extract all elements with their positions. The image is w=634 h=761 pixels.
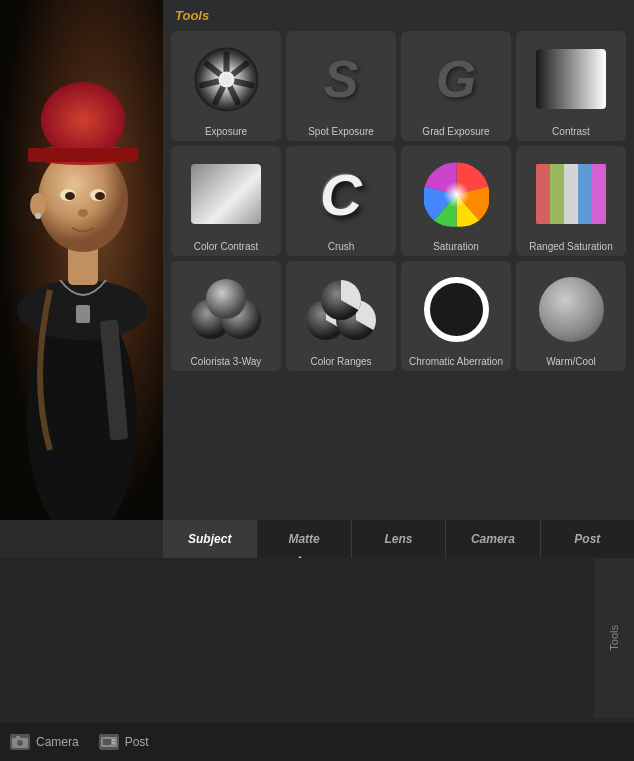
tab-subject[interactable]: Subject: [163, 520, 257, 558]
svg-point-13: [78, 209, 88, 217]
tool-color-contrast[interactable]: Color Contrast: [171, 146, 281, 256]
tool-crush[interactable]: C Crush: [286, 146, 396, 256]
portrait-svg: [0, 0, 163, 520]
camera-icon: [12, 736, 28, 748]
color-ranges-thumb: [290, 265, 392, 353]
tab-post-label: Post: [574, 532, 600, 546]
warm-cool-label: Warm/Cool: [520, 356, 622, 367]
tool-ranged-saturation[interactable]: Ranged Saturation: [516, 146, 626, 256]
color-contrast-gradient-icon: [191, 164, 261, 224]
pie-circles-icon: [306, 277, 376, 342]
contrast-label: Contrast: [520, 126, 622, 137]
color-wheel-icon: [424, 162, 489, 227]
contrast-gradient-icon: [536, 49, 606, 109]
svg-point-26: [218, 71, 234, 87]
tool-saturation[interactable]: Saturation: [401, 146, 511, 256]
svg-rect-8: [28, 148, 138, 162]
ranged-saturation-label: Ranged Saturation: [520, 241, 622, 252]
bottom-camera-tool[interactable]: Camera: [10, 734, 79, 750]
bottom-toolbar: Camera Post: [0, 723, 634, 761]
ranged-saturation-thumb: [520, 150, 622, 238]
post-icon: [101, 736, 117, 748]
svg-rect-46: [103, 739, 111, 745]
tool-spot-exposure[interactable]: S Spot Exposure: [286, 31, 396, 141]
color-ranges-label: Color Ranges: [290, 356, 392, 367]
svg-rect-35: [536, 164, 606, 224]
camera-tool-label: Camera: [36, 735, 79, 749]
grad-exposure-icon: G: [436, 49, 476, 109]
svg-rect-44: [16, 736, 20, 739]
post-tool-icon: [99, 734, 119, 750]
warm-cool-thumb: [520, 265, 622, 353]
post-tool-label: Post: [125, 735, 149, 749]
chromatic-aberration-label: Chromatic Aberration: [405, 356, 507, 367]
svg-rect-48: [112, 742, 115, 744]
crush-thumb: C: [290, 150, 392, 238]
saturation-thumb: [405, 150, 507, 238]
tab-lens-label: Lens: [385, 532, 413, 546]
circle-outline-icon: [424, 277, 489, 342]
exposure-label: Exposure: [175, 126, 277, 137]
colorista-3way-thumb: [175, 265, 277, 353]
tool-colorista-3way[interactable]: Colorista 3-Way: [171, 261, 281, 371]
tool-color-ranges[interactable]: Color Ranges: [286, 261, 396, 371]
svg-point-38: [206, 279, 246, 319]
svg-point-11: [65, 192, 75, 200]
grad-exposure-thumb: G: [405, 35, 507, 123]
three-circles-icon: [191, 277, 261, 342]
exposure-thumb: [175, 35, 277, 123]
photo-panel: [0, 0, 163, 520]
aperture-icon: [194, 47, 259, 112]
color-contrast-thumb: [175, 150, 277, 238]
tab-subject-label: Subject: [188, 532, 231, 546]
contrast-thumb: [520, 35, 622, 123]
saturation-label: Saturation: [405, 241, 507, 252]
chromatic-aberration-thumb: [405, 265, 507, 353]
svg-point-12: [95, 192, 105, 200]
svg-point-28: [424, 162, 488, 226]
right-sidebar: Tools: [594, 558, 634, 718]
tabs-bar: Subject Matte Lens Camera Post: [163, 520, 634, 558]
color-contrast-label: Color Contrast: [175, 241, 277, 252]
tool-warm-cool[interactable]: Warm/Cool: [516, 261, 626, 371]
tools-panel: Tools: [163, 0, 634, 520]
crush-letter-icon: C: [320, 161, 362, 228]
tab-matte-label: Matte: [288, 532, 319, 546]
spot-exposure-label: Spot Exposure: [290, 126, 392, 137]
tab-camera[interactable]: Camera: [446, 520, 540, 558]
tool-chromatic-aberration[interactable]: Chromatic Aberration: [401, 261, 511, 371]
tab-post[interactable]: Post: [541, 520, 634, 558]
subject-photo: [0, 0, 163, 520]
spot-exposure-thumb: S: [290, 35, 392, 123]
tab-matte[interactable]: Matte: [257, 520, 351, 558]
tool-grad-exposure[interactable]: G Grad Exposure: [401, 31, 511, 141]
tab-camera-label: Camera: [471, 532, 515, 546]
right-sidebar-label: Tools: [608, 625, 620, 651]
bottom-post-tool[interactable]: Post: [99, 734, 149, 750]
crush-label: Crush: [290, 241, 392, 252]
tool-contrast[interactable]: Contrast: [516, 31, 626, 141]
tool-exposure[interactable]: Exposure: [171, 31, 281, 141]
svg-rect-16: [76, 305, 90, 323]
spot-exposure-icon: S: [324, 49, 359, 109]
svg-point-43: [17, 740, 23, 746]
grad-exposure-label: Grad Exposure: [405, 126, 507, 137]
camera-tool-icon: [10, 734, 30, 750]
svg-point-15: [35, 213, 41, 219]
tools-grid: Exposure S Spot Exposure G Grad Exposure…: [171, 31, 626, 371]
tools-title: Tools: [171, 8, 626, 23]
gray-circle-icon: [539, 277, 604, 342]
color-bars-icon: [536, 164, 606, 224]
svg-rect-47: [112, 739, 115, 741]
colorista-3way-label: Colorista 3-Way: [175, 356, 277, 367]
tab-lens[interactable]: Lens: [352, 520, 446, 558]
svg-point-7: [41, 82, 125, 158]
